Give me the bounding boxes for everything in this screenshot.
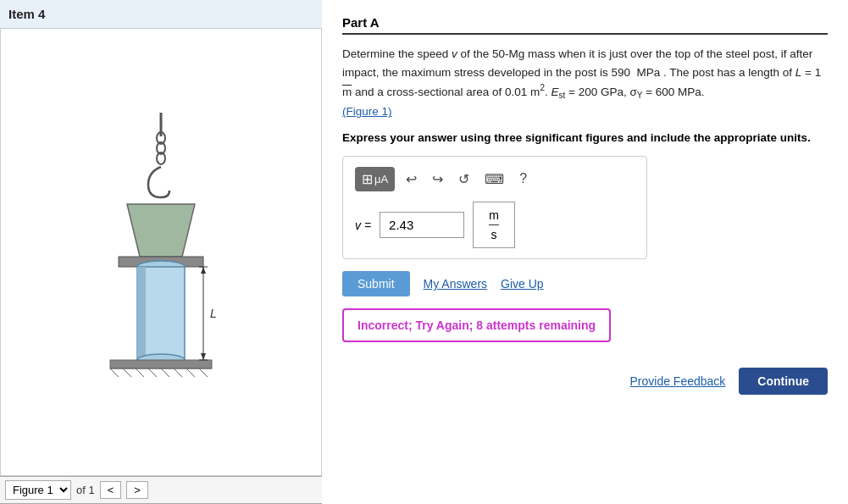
figure-of-label: of 1 xyxy=(76,484,95,496)
mu-label: μΑ xyxy=(374,173,388,186)
svg-line-12 xyxy=(110,368,119,377)
redo-button[interactable]: ↪ xyxy=(428,169,447,190)
svg-line-14 xyxy=(136,368,144,377)
unit-denominator: s xyxy=(491,225,497,242)
svg-line-15 xyxy=(148,368,157,377)
provide-feedback-link[interactable]: Provide Feedback xyxy=(630,374,726,388)
next-button[interactable]: > xyxy=(126,481,148,499)
figure-select[interactable]: Figure 1 xyxy=(5,480,71,500)
answer-container: ⊞ μΑ ↩ ↪ ↺ ⌨ ? v = m s xyxy=(342,156,647,259)
problem-text: Determine the speed v of the 50-Mg mass … xyxy=(342,45,828,121)
unit-box: m s xyxy=(473,202,515,248)
svg-rect-10 xyxy=(110,360,212,368)
bold-instruction: Express your answer using three signific… xyxy=(342,131,828,144)
unit-numerator: m xyxy=(489,208,499,225)
feedback-box: Incorrect; Try Again; 8 attempts remaini… xyxy=(342,308,611,342)
figure-link[interactable]: (Figure 1) xyxy=(342,105,392,118)
prev-button[interactable]: < xyxy=(100,481,122,499)
svg-text:L: L xyxy=(210,307,217,320)
figure-svg: L xyxy=(76,113,246,392)
input-row: v = m s xyxy=(355,202,635,248)
svg-line-18 xyxy=(186,368,195,377)
svg-line-13 xyxy=(123,368,131,377)
svg-line-19 xyxy=(199,368,208,377)
toolbar: ⊞ μΑ ↩ ↪ ↺ ⌨ ? xyxy=(355,167,635,191)
give-up-link[interactable]: Give Up xyxy=(501,277,544,291)
figure-area: L xyxy=(0,28,322,476)
reload-button[interactable]: ↺ xyxy=(454,169,474,190)
continue-button[interactable]: Continue xyxy=(739,368,828,395)
right-panel: Part A Determine the speed v of the 50-M… xyxy=(322,0,848,504)
svg-rect-8 xyxy=(137,267,146,360)
keyboard-button[interactable]: ⌨ xyxy=(480,169,508,190)
matrix-icon: ⊞ xyxy=(362,171,373,187)
var-label: v = xyxy=(355,219,371,232)
bottom-row: Provide Feedback Continue xyxy=(342,368,828,395)
part-label: Part A xyxy=(342,15,828,35)
svg-line-16 xyxy=(161,368,169,377)
help-button[interactable]: ? xyxy=(515,169,531,189)
my-answers-link[interactable]: My Answers xyxy=(424,277,487,291)
svg-marker-4 xyxy=(127,204,195,257)
matrix-button[interactable]: ⊞ μΑ xyxy=(355,167,395,191)
figure-nav: Figure 1 of 1 < > xyxy=(0,476,322,504)
item-label: Item 4 xyxy=(0,0,322,28)
undo-button[interactable]: ↩ xyxy=(402,169,421,190)
svg-line-17 xyxy=(174,368,182,377)
submit-button[interactable]: Submit xyxy=(342,271,410,296)
left-panel: Item 4 xyxy=(0,0,322,504)
answer-input[interactable] xyxy=(380,212,464,238)
action-row: Submit My Answers Give Up xyxy=(342,271,828,296)
svg-marker-23 xyxy=(201,267,206,274)
unit-fraction: m s xyxy=(489,208,499,242)
svg-marker-24 xyxy=(201,353,206,360)
